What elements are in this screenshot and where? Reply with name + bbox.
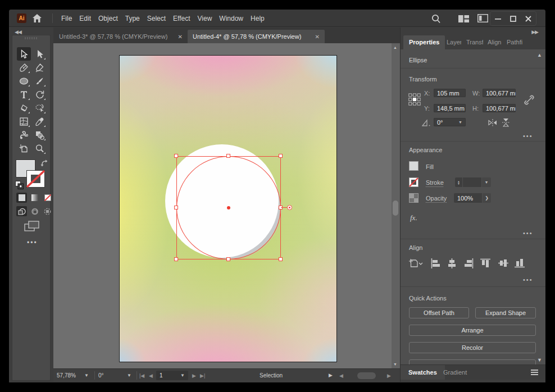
- tab-properties[interactable]: Properties: [403, 35, 445, 49]
- align-bottom-icon[interactable]: [515, 258, 525, 269]
- flip-horizontal-icon[interactable]: [488, 118, 497, 128]
- appearance-more-options[interactable]: •••: [523, 230, 533, 236]
- hscroll-left-icon[interactable]: ◀: [339, 373, 343, 379]
- rotate-tool[interactable]: [33, 88, 47, 101]
- tab-layers[interactable]: Layers: [447, 35, 461, 49]
- curvature-tool[interactable]: [33, 61, 47, 74]
- stroke-weight-dropdown-icon[interactable]: ▼: [482, 177, 491, 187]
- handle-top-left[interactable]: [174, 154, 178, 158]
- vertical-scrollbar[interactable]: ▲ ▼: [392, 43, 400, 368]
- y-field[interactable]: 148,5 mm: [434, 104, 466, 112]
- align-left-icon[interactable]: [431, 258, 440, 270]
- reference-point-locator[interactable]: [408, 93, 421, 107]
- menu-type[interactable]: Type: [125, 15, 140, 22]
- stroke-weight-stepper[interactable]: ▲▼: [455, 177, 462, 187]
- recolor-button[interactable]: Recolor: [409, 342, 536, 353]
- tab-gradient[interactable]: Gradient: [443, 365, 467, 380]
- menu-edit[interactable]: Edit: [79, 15, 91, 22]
- align-top-icon[interactable]: [480, 258, 490, 269]
- tab-close-icon[interactable]: ✕: [178, 34, 183, 40]
- status-expand-icon[interactable]: ▶: [329, 372, 333, 378]
- selection-center-point[interactable]: [227, 206, 230, 209]
- opacity-label[interactable]: Opacity: [426, 195, 447, 202]
- shape-builder-tool[interactable]: [33, 128, 47, 142]
- paint-color-button[interactable]: [16, 193, 27, 203]
- offset-path-button[interactable]: Offset Path: [409, 307, 469, 318]
- mesh-tool[interactable]: [17, 115, 31, 128]
- paintbrush-tool[interactable]: [33, 74, 47, 88]
- paint-none-button[interactable]: [42, 193, 53, 203]
- next-artboard-icon[interactable]: ▶: [192, 373, 196, 379]
- align-to-selector-icon[interactable]: [408, 258, 423, 270]
- paint-gradient-button[interactable]: [29, 193, 40, 203]
- h-field[interactable]: 100,677 mm: [483, 104, 516, 112]
- menu-effect[interactable]: Effect: [173, 15, 190, 22]
- stroke-color-swatch[interactable]: [26, 170, 45, 188]
- tab-swatches[interactable]: Swatches: [401, 365, 445, 380]
- handle-top-right[interactable]: [279, 154, 283, 158]
- document-tab-inactive[interactable]: Untitled-3* @ 57,78 % (CMYK/Preview) ✕: [54, 30, 188, 43]
- tab-transform[interactable]: Transform: [466, 35, 483, 49]
- document-tab-active[interactable]: Untitled-4* @ 57,78 % (CMYK/Preview) ✕: [188, 30, 325, 43]
- maximize-button[interactable]: [506, 12, 521, 25]
- flip-vertical-icon[interactable]: [502, 118, 510, 128]
- shaper-tool[interactable]: [33, 101, 47, 115]
- first-artboard-icon[interactable]: |◀: [139, 373, 144, 379]
- workspace-switcher-icon[interactable]: [458, 15, 469, 25]
- artboard-number-field[interactable]: 1 ▼: [156, 371, 188, 380]
- handle-middle-left[interactable]: [174, 206, 178, 209]
- rotation-angle-field[interactable]: 0° ▼: [434, 118, 466, 126]
- draw-inside-button[interactable]: [42, 206, 53, 216]
- pen-tool[interactable]: [17, 61, 31, 74]
- transform-more-options[interactable]: •••: [523, 133, 533, 139]
- horizontal-scrollbar-thumb[interactable]: [357, 372, 376, 379]
- scroll-up-icon[interactable]: ▲: [393, 45, 397, 49]
- home-icon[interactable]: [32, 13, 42, 23]
- vertical-scrollbar-thumb[interactable]: [393, 200, 398, 216]
- panel-menu-icon[interactable]: [531, 370, 538, 375]
- align-right-icon[interactable]: [464, 258, 474, 270]
- w-field[interactable]: 100,677 mm: [483, 89, 516, 97]
- tools-panel-grip[interactable]: [25, 37, 39, 39]
- handle-bottom-center[interactable]: [226, 257, 230, 261]
- eraser-tool[interactable]: [17, 101, 31, 115]
- edit-toolbar-icon[interactable]: •••: [27, 239, 38, 247]
- panel-scroll-up-icon[interactable]: ▲: [537, 52, 542, 58]
- align-vertical-center-icon[interactable]: [498, 258, 508, 269]
- direct-selection-tool[interactable]: [33, 47, 47, 61]
- collapse-panels-icon[interactable]: ▶▶: [531, 29, 538, 35]
- align-horizontal-center-icon[interactable]: [447, 258, 457, 270]
- draw-behind-button[interactable]: [29, 206, 40, 216]
- scroll-down-icon[interactable]: ▼: [393, 362, 397, 366]
- menu-window[interactable]: Window: [219, 15, 243, 22]
- arrange-documents-icon[interactable]: [477, 14, 488, 24]
- expand-shape-button[interactable]: Expand Shape: [475, 307, 536, 318]
- search-icon[interactable]: [431, 13, 442, 24]
- artboard-tool[interactable]: [17, 142, 31, 155]
- menu-view[interactable]: View: [198, 15, 212, 22]
- artboard-dropdown-icon[interactable]: ▼: [180, 373, 185, 378]
- ellipse-tool[interactable]: [17, 74, 31, 88]
- stroke-label[interactable]: Stroke: [426, 179, 444, 186]
- hscroll-right-icon[interactable]: ▶: [387, 373, 391, 379]
- zoom-dropdown-icon[interactable]: ▼: [84, 373, 89, 378]
- previous-artboard-icon[interactable]: ◀: [149, 373, 153, 379]
- fill-label[interactable]: Fill: [426, 163, 434, 170]
- panel-scroll-down-icon[interactable]: ▼: [537, 357, 542, 363]
- x-field[interactable]: 105 mm: [434, 89, 466, 97]
- rotation-value[interactable]: 0°: [98, 372, 104, 379]
- effects-button[interactable]: fx.: [410, 213, 417, 222]
- opacity-icon[interactable]: [409, 193, 418, 203]
- default-fill-stroke-icon[interactable]: [15, 181, 24, 192]
- canvas[interactable]: ▲ ▼: [53, 43, 400, 368]
- opacity-options-icon[interactable]: ❯: [483, 193, 491, 203]
- stroke-weight-field[interactable]: [463, 177, 481, 187]
- zoom-level[interactable]: 57,78%: [57, 372, 76, 379]
- angle-dropdown-icon[interactable]: ▼: [458, 120, 462, 124]
- link-dimensions-icon[interactable]: [524, 94, 535, 107]
- fill-swatch[interactable]: [409, 161, 418, 171]
- menu-help[interactable]: Help: [251, 15, 265, 22]
- close-button[interactable]: [521, 12, 536, 25]
- change-screen-mode-icon[interactable]: [24, 221, 39, 234]
- align-more-options[interactable]: •••: [523, 276, 533, 283]
